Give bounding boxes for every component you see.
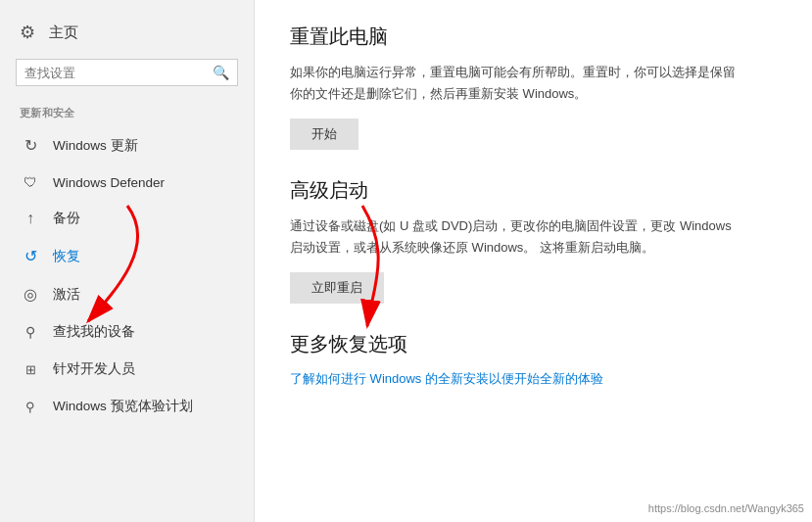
nav-label-backup: 备份 <box>53 210 80 227</box>
section-label: 更新和安全 <box>0 100 254 126</box>
nav-label-recovery: 恢复 <box>53 248 80 265</box>
activation-icon: ◎ <box>20 285 41 304</box>
insider-icon: ⚲ <box>20 400 41 414</box>
defender-icon: 🛡 <box>20 174 41 190</box>
nav-label-find-device: 查找我的设备 <box>53 323 135 341</box>
reset-title: 重置此电脑 <box>290 24 777 50</box>
sidebar-item-insider[interactable]: ⚲ Windows 预览体验计划 <box>0 388 254 425</box>
update-icon: ↻ <box>20 136 41 155</box>
main-content: 重置此电脑 如果你的电脑运行异常，重置电脑可能会有所帮助。重置时，你可以选择是保… <box>255 0 812 522</box>
sidebar-home-label: 主页 <box>49 24 78 42</box>
page-wrapper: ⚙ 主页 🔍 更新和安全 ↻ Windows 更新 🛡 Windows Defe… <box>0 0 812 522</box>
sidebar-item-windows-defender[interactable]: 🛡 Windows Defender <box>0 165 254 200</box>
restart-now-button[interactable]: 立即重启 <box>290 272 384 304</box>
home-gear-icon: ⚙ <box>20 22 35 43</box>
find-device-icon: ⚲ <box>20 324 41 340</box>
search-icon: 🔍 <box>213 65 229 80</box>
search-box[interactable]: 🔍 <box>16 59 238 86</box>
nav-label-insider: Windows 预览体验计划 <box>53 398 193 415</box>
sidebar-home-item[interactable]: ⚙ 主页 <box>0 14 254 55</box>
sidebar: ⚙ 主页 🔍 更新和安全 ↻ Windows 更新 🛡 Windows Defe… <box>0 0 255 522</box>
sidebar-item-windows-update[interactable]: ↻ Windows 更新 <box>0 126 254 165</box>
nav-label-windows-update: Windows 更新 <box>53 137 138 155</box>
developer-icon: ⊞ <box>20 362 41 377</box>
recovery-icon: ↺ <box>20 247 41 265</box>
advanced-desc: 通过设备或磁盘(如 U 盘或 DVD)启动，更改你的电脑固件设置，更改 Wind… <box>290 215 740 259</box>
reset-desc: 如果你的电脑运行异常，重置电脑可能会有所帮助。重置时，你可以选择是保留你的文件还… <box>290 62 740 105</box>
backup-icon: ↑ <box>20 210 41 227</box>
nav-label-developer: 针对开发人员 <box>53 360 135 378</box>
search-input[interactable] <box>24 66 213 80</box>
advanced-title: 高级启动 <box>290 177 777 204</box>
sidebar-item-find-device[interactable]: ⚲ 查找我的设备 <box>0 313 254 351</box>
sidebar-item-recovery[interactable]: ↺ 恢复 <box>0 237 254 275</box>
more-title: 更多恢复选项 <box>290 331 777 357</box>
nav-label-activation: 激活 <box>53 286 80 304</box>
sidebar-item-developer[interactable]: ⊞ 针对开发人员 <box>0 351 254 388</box>
nav-label-defender: Windows Defender <box>53 175 165 190</box>
more-link[interactable]: 了解如何进行 Windows 的全新安装以便开始全新的体验 <box>290 371 603 386</box>
reset-button[interactable]: 开始 <box>290 119 358 150</box>
sidebar-item-activation[interactable]: ◎ 激活 <box>0 275 254 313</box>
sidebar-item-backup[interactable]: ↑ 备份 <box>0 200 254 237</box>
